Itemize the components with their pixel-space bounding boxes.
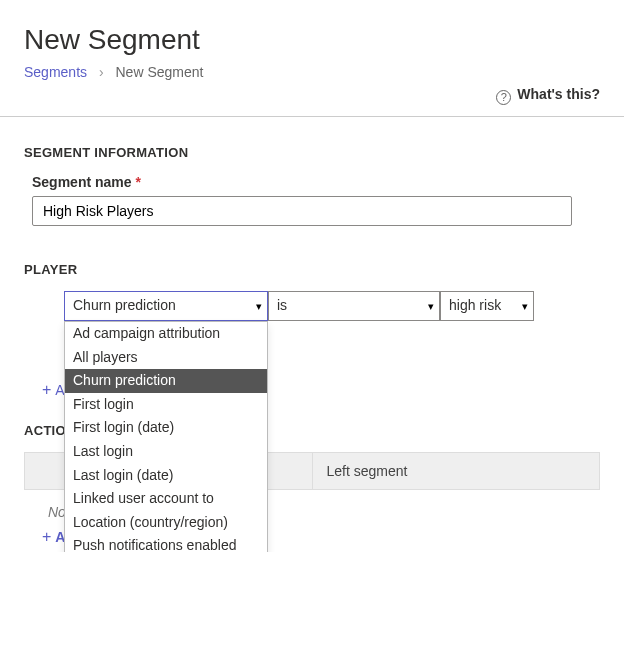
filter-field-dropdown: Ad campaign attributionAll playersChurn … xyxy=(64,321,268,552)
plus-icon: + xyxy=(42,528,51,545)
dropdown-option[interactable]: Ad campaign attribution xyxy=(65,322,267,346)
divider xyxy=(0,116,624,117)
chevron-right-icon: › xyxy=(99,64,104,80)
filter-field-select[interactable]: Churn prediction xyxy=(64,291,268,321)
dropdown-option[interactable]: Linked user account to xyxy=(65,487,267,511)
dropdown-option[interactable]: Location (country/region) xyxy=(65,511,267,535)
filter-op-select[interactable]: is xyxy=(268,291,440,321)
left-segment-col: Left segment xyxy=(313,452,601,490)
dropdown-option[interactable]: Last login xyxy=(65,440,267,464)
breadcrumb-root-link[interactable]: Segments xyxy=(24,64,87,80)
dropdown-option[interactable]: Churn prediction xyxy=(65,369,267,393)
dropdown-option[interactable]: Push notifications enabled with xyxy=(65,534,267,552)
breadcrumb: Segments › New Segment xyxy=(24,64,600,80)
breadcrumb-current: New Segment xyxy=(116,64,204,80)
dropdown-option[interactable]: All players xyxy=(65,346,267,370)
segment-info-heading: SEGMENT INFORMATION xyxy=(24,145,600,160)
player-heading: PLAYER xyxy=(24,262,600,277)
dropdown-option[interactable]: Last login (date) xyxy=(65,464,267,488)
segment-name-input[interactable] xyxy=(32,196,572,226)
help-icon: ? xyxy=(496,90,511,105)
dropdown-option[interactable]: First login (date) xyxy=(65,416,267,440)
plus-icon: + xyxy=(42,381,51,398)
dropdown-option[interactable]: First login xyxy=(65,393,267,417)
whats-this-link[interactable]: ?What's this? xyxy=(496,86,600,105)
whats-this-label: What's this? xyxy=(517,86,600,102)
segment-name-label: Segment name * xyxy=(32,174,600,190)
filter-value-select[interactable]: high risk xyxy=(440,291,534,321)
page-title: New Segment xyxy=(24,24,600,56)
required-indicator: * xyxy=(135,174,140,190)
